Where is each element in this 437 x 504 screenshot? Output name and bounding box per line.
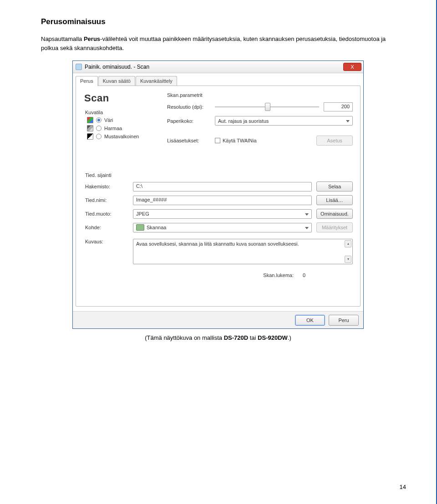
- page-heading: Perusominaisuus: [41, 17, 395, 26]
- caption-before: (Tämä näyttökuva on mallista: [145, 334, 224, 341]
- radio-color[interactable]: [96, 117, 102, 123]
- page-number: 14: [400, 484, 406, 490]
- desc-textarea[interactable]: Avaa sovelluksesi, skannaa ja liitä skan…: [133, 239, 353, 264]
- radio-gray-label: Harmaa: [104, 126, 122, 131]
- filename-input[interactable]: Image_#####: [133, 196, 312, 205]
- more-button[interactable]: Lisää…: [316, 195, 353, 205]
- radio-bw-label: Mustavalkoinen: [104, 134, 139, 139]
- properties-button[interactable]: Ominaisuud.: [316, 209, 353, 219]
- caption-after: .): [288, 334, 291, 341]
- window-titlebar: Painik. ominaisuud. - Scan X: [73, 61, 363, 73]
- extra-row: Lisäasetukset: Käytä TWAINia Asetus: [167, 136, 353, 146]
- caption: (Tämä näyttökuva on mallista DS-720D tai…: [41, 334, 395, 341]
- target-value: Skannaa: [147, 225, 166, 230]
- dir-row: Hakemisto: C:\ Selaa: [85, 181, 353, 192]
- format-label: Tied.muoto:: [85, 211, 128, 217]
- filename-label: Tied.nimi:: [85, 197, 128, 203]
- app-icon: [76, 64, 82, 70]
- format-select[interactable]: JPEG: [133, 209, 312, 219]
- resolution-label: Resoluutio (dpi):: [167, 104, 215, 110]
- window-title: Painik. ominaisuud. - Scan: [85, 64, 149, 70]
- browse-button[interactable]: Selaa: [316, 181, 353, 192]
- dir-input[interactable]: C:\: [133, 182, 312, 192]
- radio-color-label: Väri: [104, 117, 113, 123]
- papersize-select[interactable]: Aut. rajaus ja suoristus: [215, 116, 353, 126]
- cancel-button[interactable]: Peru: [329, 315, 359, 326]
- intro-bold: Perus: [84, 35, 100, 42]
- params-title: Skan.parametrit: [167, 92, 353, 98]
- tab-image-adjust[interactable]: Kuvan säätö: [98, 76, 135, 86]
- desc-row: Kuvaus: Avaa sovelluksesi, skannaa ja li…: [85, 239, 353, 264]
- tab-body: Scan Kuvatila Väri Harmaa Mustavalko: [76, 86, 361, 307]
- desc-label: Kuvaus:: [85, 239, 128, 244]
- radio-gray-row[interactable]: Harmaa: [87, 125, 153, 131]
- count-row: Skan.lukema: 0: [85, 272, 353, 278]
- radio-bw-row[interactable]: Mustavalkoinen: [87, 133, 153, 140]
- count-value: 0: [303, 272, 330, 278]
- resolution-row: Resoluutio (dpi): 200: [167, 102, 353, 111]
- palette-bw-icon: [87, 133, 93, 140]
- caption-model2: DS-920DW: [258, 334, 288, 341]
- radio-gray[interactable]: [96, 126, 102, 131]
- extra-label: Lisäasetukset:: [167, 138, 215, 143]
- dialog-footer: OK Peru: [73, 311, 363, 328]
- resolution-slider[interactable]: [215, 103, 319, 111]
- tab-basic[interactable]: Perus: [76, 76, 98, 86]
- target-label: Kohde:: [85, 225, 128, 230]
- twain-label: Käytä TWAINia: [223, 138, 257, 143]
- intro-paragraph: Napsauttamalla Perus-välilehteä voit muu…: [41, 35, 395, 52]
- ok-button[interactable]: OK: [295, 315, 325, 326]
- radio-bw[interactable]: [96, 134, 102, 139]
- tabs-bar: Perus Kuvan säätö Kuvankäsittely: [73, 73, 363, 86]
- desc-value: Avaa sovelluksesi, skannaa ja liitä skan…: [136, 241, 299, 247]
- format-value: JPEG: [136, 211, 149, 217]
- papersize-value: Aut. rajaus ja suoristus: [218, 118, 269, 124]
- palette-color-icon: [87, 117, 93, 123]
- format-row: Tied.muoto: JPEG Ominaisuud.: [85, 209, 353, 219]
- count-label: Skan.lukema:: [263, 272, 294, 278]
- desc-spin[interactable]: ▴ ▾: [345, 240, 351, 263]
- file-section-title: Tied. sijainti: [85, 172, 353, 178]
- scan-app-icon: [136, 224, 144, 231]
- radio-color-row[interactable]: Väri: [87, 117, 153, 123]
- slider-thumb[interactable]: [265, 103, 270, 111]
- scan-params: Skan.parametrit Resoluutio (dpi): 200 Pa…: [167, 92, 353, 150]
- spin-down-icon[interactable]: ▾: [345, 256, 351, 263]
- screenshot-window: Painik. ominaisuud. - Scan X Perus Kuvan…: [72, 60, 364, 329]
- caption-model1: DS-720D: [224, 334, 248, 341]
- intro-before: Napsauttamalla: [41, 35, 84, 42]
- target-row: Kohde: Skannaa Määritykset: [85, 222, 353, 232]
- setup-button: Määritykset: [316, 222, 353, 232]
- filename-row: Tied.nimi: Image_##### Lisää…: [85, 195, 353, 205]
- settings-button: Asetus: [316, 136, 353, 146]
- palette-gray-icon: [87, 125, 93, 131]
- dir-label: Hakemisto:: [85, 184, 128, 189]
- image-mode-group: Kuvatila Väri Harmaa Mustavalkoinen: [85, 110, 153, 141]
- resolution-value[interactable]: 200: [324, 102, 353, 111]
- caption-mid: tai: [248, 334, 258, 341]
- tab-image-process[interactable]: Kuvankäsittely: [136, 76, 177, 86]
- papersize-row: Paperikoko: Aut. rajaus ja suoristus: [167, 116, 353, 126]
- spin-up-icon[interactable]: ▴: [345, 240, 351, 247]
- papersize-label: Paperikoko:: [167, 118, 215, 124]
- twain-checkbox[interactable]: [215, 138, 220, 143]
- target-select[interactable]: Skannaa: [133, 223, 312, 232]
- image-mode-label: Kuvatila: [85, 110, 153, 115]
- close-button[interactable]: X: [343, 63, 361, 71]
- file-section: Tied. sijainti Hakemisto: C:\ Selaa Tied…: [85, 172, 353, 278]
